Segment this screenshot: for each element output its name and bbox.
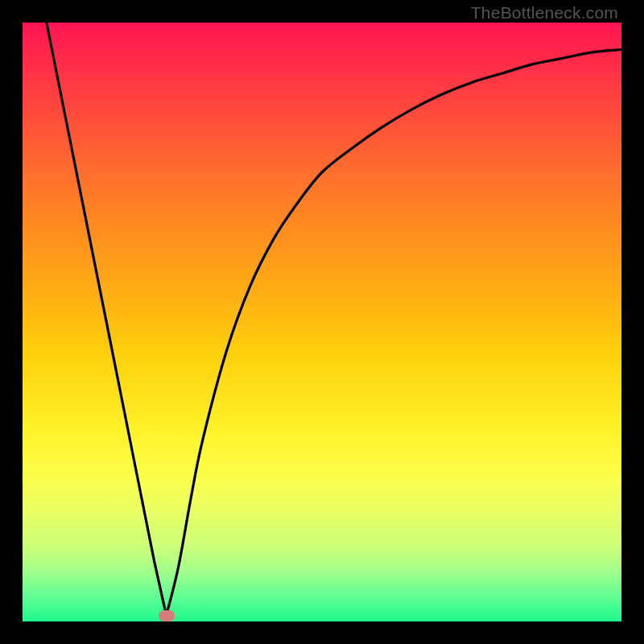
plot-area (23, 23, 621, 621)
watermark-text: TheBottleneck.com (471, 3, 618, 23)
bottleneck-curve (23, 23, 621, 621)
chart-container: TheBottleneck.com (0, 0, 644, 644)
optimal-point-marker (159, 610, 175, 621)
